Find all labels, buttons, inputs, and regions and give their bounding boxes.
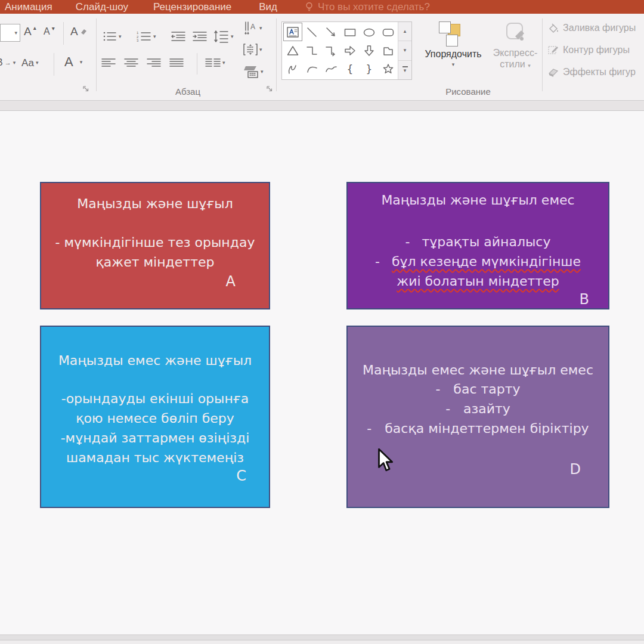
- box-b-bullet: жиі болатын міндеттер: [397, 271, 559, 291]
- paint-bucket-icon: [547, 22, 559, 34]
- tab-animation[interactable]: Анимация: [5, 1, 52, 13]
- box-d-bullet: - азайту: [445, 399, 510, 419]
- shape-outline-button[interactable]: Контур фигуры: [547, 42, 644, 58]
- change-case-button[interactable]: Аа▾: [21, 58, 39, 68]
- shape-star-icon[interactable]: [379, 60, 398, 78]
- align-right-button[interactable]: [147, 58, 161, 67]
- box-b-bullet: -тұрақты айналысу: [405, 232, 551, 252]
- shape-rounded-rectangle-icon[interactable]: [379, 23, 398, 41]
- tab-slideshow[interactable]: Слайд-шоу: [76, 1, 128, 13]
- quick-styles-label-1: Экспресс-: [493, 47, 537, 58]
- slide-canvas[interactable]: Маңызды және шұғыл - мүмкіндігінше тез о…: [0, 111, 644, 634]
- status-bar: [0, 640, 644, 644]
- lightbulb-icon: [305, 2, 314, 13]
- shape-right-brace-icon[interactable]: }: [360, 60, 379, 78]
- status-bar-strip: [0, 635, 644, 640]
- align-left-button[interactable]: [101, 58, 116, 67]
- shape-oval-icon[interactable]: [360, 23, 379, 41]
- svg-text:A: A: [250, 23, 255, 31]
- divider: [54, 53, 54, 76]
- shape-arc-icon[interactable]: [302, 60, 321, 78]
- tab-view[interactable]: Вид: [259, 1, 277, 13]
- box-b-title: Маңызды және шұғыл емес: [381, 191, 574, 209]
- shape-rectangle-icon[interactable]: [340, 23, 360, 41]
- powerpoint-window: Анимация Слайд-шоу Рецензирование Вид Чт…: [0, 0, 644, 644]
- justify-button[interactable]: [169, 58, 184, 67]
- svg-text:2: 2: [137, 35, 139, 39]
- shapes-gallery: { } ▴ ▾ ▾: [281, 21, 412, 80]
- increase-indent-button[interactable]: [192, 30, 208, 42]
- shape-fill-label: Заливка фигуры: [563, 23, 636, 33]
- shape-effects-icon: [547, 66, 559, 78]
- box-c-corner-label: С: [236, 467, 246, 484]
- font-dialog-launcher[interactable]: [82, 85, 89, 92]
- shape-arrow-icon[interactable]: [321, 23, 340, 41]
- box-b-bullet: -бұл кезеңде мүмкіндігінше: [375, 252, 581, 271]
- arrange-button[interactable]: Упорядочить ▾: [420, 21, 486, 67]
- convert-to-smartart-button[interactable]: ▾: [243, 65, 264, 78]
- shape-corner-icon[interactable]: [379, 41, 398, 60]
- svg-text:3: 3: [137, 39, 139, 42]
- decrease-indent-button[interactable]: [171, 30, 186, 42]
- gallery-scroll-down-button[interactable]: ▾: [398, 41, 411, 60]
- box-d-title: Маңызды емес және шұғыл емес: [363, 361, 593, 379]
- bullets-button[interactable]: ▾: [103, 30, 122, 42]
- text-direction-button[interactable]: A ▾: [243, 21, 262, 35]
- align-text-button[interactable]: ▾: [243, 42, 262, 57]
- quadrant-box-d[interactable]: Маңызды емес және шұғыл емес - бас тарту…: [346, 326, 609, 508]
- gallery-more-button[interactable]: ▾: [398, 61, 411, 79]
- shape-down-arrow-icon[interactable]: [360, 41, 379, 60]
- shrink-font-button[interactable]: А▾: [44, 27, 55, 36]
- numbering-button[interactable]: 1 2 3 ▾: [136, 30, 156, 42]
- box-a-line: - мүмкіндігінше тез орындау: [55, 233, 255, 252]
- quick-styles-button[interactable]: Экспресс- стили ▾: [489, 21, 541, 70]
- shape-curve-icon[interactable]: [321, 60, 340, 78]
- gallery-scrollbar: ▴ ▾ ▾: [398, 22, 411, 79]
- quadrant-box-b[interactable]: Маңызды және шұғыл емес -тұрақты айналыс…: [346, 182, 609, 309]
- eraser-icon: [80, 28, 87, 35]
- shape-elbow-arrow-connector-icon[interactable]: [321, 41, 340, 60]
- box-a-title: Маңызды және шұғыл: [77, 195, 233, 213]
- character-spacing-button[interactable]: В →▾: [0, 58, 16, 67]
- group-divider: [542, 18, 543, 91]
- arrange-label: Упорядочить: [425, 48, 481, 60]
- quadrant-box-c[interactable]: Маңызды емес және шұғыл -орындауды екінш…: [40, 326, 270, 508]
- tell-me-label: Что вы хотите сделать?: [318, 1, 430, 13]
- group-divider: [96, 18, 97, 91]
- gallery-scroll-up-button[interactable]: ▴: [398, 22, 411, 41]
- font-size-combobox[interactable]: ▾: [0, 24, 20, 42]
- quadrant-box-a[interactable]: Маңызды және шұғыл - мүмкіндігінше тез о…: [40, 182, 270, 309]
- quick-styles-label-2: стили ▾: [500, 58, 531, 70]
- tab-review[interactable]: Рецензирование: [153, 1, 231, 13]
- columns-button[interactable]: ▾: [205, 58, 225, 67]
- box-c-line: қою немесе бөліп беру: [76, 408, 234, 428]
- shape-effects-label: Эффекты фигур: [563, 67, 636, 78]
- box-d-bullet: - басқа міндеттермен біріктіру: [367, 419, 589, 438]
- tell-me-box[interactable]: Что вы хотите сделать?: [305, 1, 430, 13]
- divider: [63, 22, 64, 45]
- shape-elbow-connector-icon[interactable]: [302, 41, 321, 60]
- box-b-corner-label: В: [580, 291, 589, 308]
- arrange-icon: [438, 21, 468, 48]
- shape-right-arrow-icon[interactable]: [340, 41, 360, 60]
- font-color-button[interactable]: А ▾: [64, 55, 82, 69]
- shape-fill-button[interactable]: Заливка фигуры: [547, 20, 644, 36]
- box-c-title: Маңызды емес және шұғыл: [58, 352, 252, 370]
- svg-text:1: 1: [137, 31, 139, 35]
- line-spacing-button[interactable]: ▾: [213, 29, 234, 44]
- shape-line-icon[interactable]: [302, 23, 321, 41]
- align-center-button[interactable]: [124, 58, 138, 67]
- shape-text-box-icon[interactable]: [283, 23, 302, 41]
- shape-triangle-icon[interactable]: [283, 41, 302, 60]
- clear-formatting-button[interactable]: А: [70, 26, 87, 37]
- shape-scribble-icon[interactable]: [283, 60, 302, 78]
- grow-font-button[interactable]: А▴: [24, 26, 36, 37]
- box-d-bullet: - бас тарту: [435, 379, 520, 399]
- paragraph-dialog-launcher[interactable]: [266, 85, 273, 92]
- shape-effects-button[interactable]: Эффекты фигур: [547, 64, 644, 80]
- shape-outline-label: Контур фигуры: [563, 45, 630, 55]
- shape-left-brace-icon[interactable]: {: [340, 60, 360, 78]
- ribbon-bottom-strip: [0, 100, 644, 111]
- group-divider: [276, 18, 277, 91]
- divider: [197, 53, 197, 75]
